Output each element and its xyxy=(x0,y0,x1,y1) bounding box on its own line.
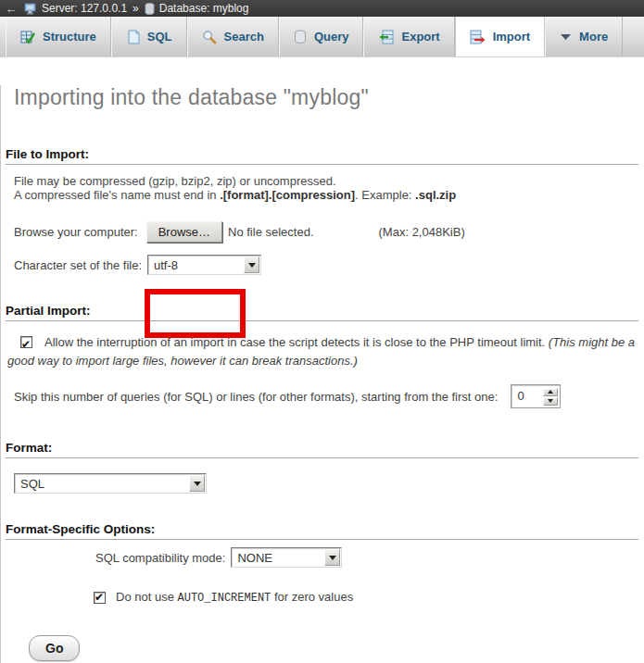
format-dropdown-arrow-icon[interactable] xyxy=(189,475,205,492)
compat-dropdown-arrow-icon[interactable] xyxy=(324,549,340,566)
tab-label: Search xyxy=(224,30,264,44)
browse-label: Browse your computer: xyxy=(14,225,138,239)
zero-values-checkbox[interactable] xyxy=(94,592,106,604)
charset-select[interactable]: utf-8 xyxy=(147,255,261,275)
file-upload-row: Browse your computer: Browse… No file se… xyxy=(14,221,639,243)
back-arrow-icon[interactable]: ← xyxy=(4,2,19,16)
allow-interruption-row: Allow the interruption of an import in c… xyxy=(7,333,639,370)
section-heading-file-to-import: File to Import: xyxy=(6,147,638,165)
page-title: Importing into the database "myblog" xyxy=(14,85,639,110)
import-icon xyxy=(470,30,486,44)
structure-icon xyxy=(20,30,35,44)
sql-compatibility-select[interactable]: NONE xyxy=(231,547,342,568)
tab-query[interactable]: Query xyxy=(279,17,364,56)
section-heading-format: Format: xyxy=(6,441,638,458)
tab-export[interactable]: Export xyxy=(363,17,454,56)
chevron-down-icon xyxy=(560,33,572,41)
compression-line2-mid: . Example: xyxy=(355,188,415,202)
query-icon xyxy=(294,30,307,44)
breadcrumb-bar: ← Server: 127.0.0.1 » Database: myblog xyxy=(0,0,644,17)
compression-line1: File may be compressed (gzip, bzip2, zip… xyxy=(14,174,336,188)
tab-label: More xyxy=(579,30,608,44)
tab-label: Import xyxy=(493,30,530,44)
zero-values-label: Do not use AUTO_INCREMENT for zero value… xyxy=(116,590,353,605)
tab-more[interactable]: More xyxy=(545,17,623,56)
go-button[interactable]: Go xyxy=(29,635,80,661)
skip-queries-row: Skip this number of queries (for SQL) or… xyxy=(14,384,639,408)
sql-compatibility-selected-value: NONE xyxy=(232,548,323,567)
tab-label: Export xyxy=(401,30,439,44)
allow-interruption-checkbox[interactable] xyxy=(20,336,32,348)
zero-values-prefix: Do not use xyxy=(116,590,178,604)
compression-example: .sql.zip xyxy=(415,188,456,202)
compression-help-text: File may be compressed (gzip, bzip2, zip… xyxy=(14,174,639,202)
compression-format-pattern: .[format].[compression] xyxy=(220,188,355,202)
format-select[interactable]: SQL xyxy=(14,473,207,494)
tab-sql[interactable]: SQL xyxy=(111,17,187,56)
charset-dropdown-arrow-icon[interactable] xyxy=(244,256,259,273)
tab-label: SQL xyxy=(147,30,172,44)
compression-line2-prefix: A compressed file's name must end in xyxy=(14,188,220,202)
search-icon xyxy=(202,30,217,44)
tab-search[interactable]: Search xyxy=(187,17,279,56)
section-heading-format-specific-options: Format-Specific Options: xyxy=(6,522,638,540)
tab-import[interactable]: Import xyxy=(455,17,545,56)
server-icon xyxy=(24,3,37,15)
charset-selected-value: utf-8 xyxy=(148,256,243,274)
charset-label: Character set of the file: xyxy=(14,258,142,272)
zero-values-code: AUTO_INCREMENT xyxy=(178,592,271,605)
skip-queries-value: 0 xyxy=(513,387,543,406)
format-selected-value: SQL xyxy=(15,474,188,493)
breadcrumb-server[interactable]: Server: 127.0.0.1 xyxy=(24,2,127,15)
breadcrumb-server-label: Server: 127.0.0.1 xyxy=(42,2,127,15)
tab-bar: Structure SQL Search Query Export Import… xyxy=(0,17,644,57)
database-icon xyxy=(145,3,155,15)
sql-compatibility-row: SQL compatibility mode: NONE xyxy=(95,547,639,568)
zero-values-suffix: for zero values xyxy=(271,590,353,604)
tab-label: Structure xyxy=(43,30,96,44)
zero-values-row: Do not use AUTO_INCREMENT for zero value… xyxy=(94,590,639,605)
tab-structure[interactable]: Structure xyxy=(6,17,111,56)
no-file-selected-text: No file selected. xyxy=(228,225,314,239)
max-size-note: (Max: 2,048KiB) xyxy=(379,225,465,239)
breadcrumb-database-label: Database: myblog xyxy=(159,2,249,15)
skip-queries-stepper[interactable]: 0 xyxy=(511,384,561,408)
tab-label: Query xyxy=(314,30,349,44)
breadcrumb-separator: » xyxy=(133,2,139,15)
breadcrumb-database[interactable]: Database: myblog xyxy=(145,2,249,15)
skip-queries-label: Skip this number of queries (for SQL) or… xyxy=(14,390,498,404)
stepper-up-icon[interactable] xyxy=(543,388,558,396)
charset-row: Character set of the file: utf-8 xyxy=(14,255,639,275)
stepper-down-icon[interactable] xyxy=(543,397,558,406)
allow-interruption-label: Allow the interruption of an import in c… xyxy=(44,335,549,349)
sql-icon xyxy=(126,30,140,44)
sql-compatibility-label: SQL compatibility mode: xyxy=(95,551,225,565)
export-icon xyxy=(378,30,394,44)
import-page: Importing into the database "myblog" Fil… xyxy=(0,85,644,663)
browse-button[interactable]: Browse… xyxy=(146,221,222,243)
section-heading-partial-import: Partial Import: xyxy=(6,304,638,321)
